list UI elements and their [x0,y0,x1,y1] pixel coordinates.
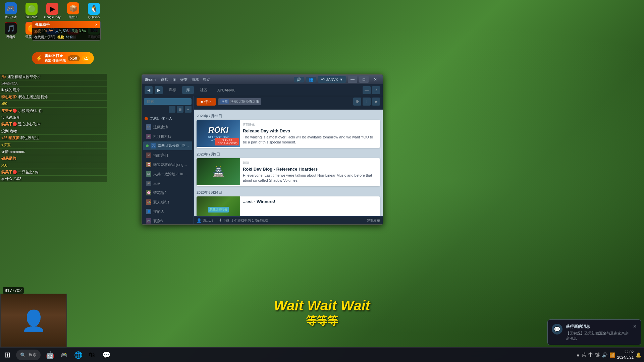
taskbar-browser-icon[interactable]: 🌐 [71,348,85,362]
sidebar-item-game1[interactable]: 🎮 退藏史涛 [143,123,192,131]
chat-area: 法: 迷迷糊糊果园部分才 244条/32人 时候的照片 李心动字: 我在主播边进… [0,74,107,221]
minimize-window-btn[interactable]: — [363,86,371,94]
chat-message: x26 糊度梦 我也没见过 [0,135,107,141]
steam-speaker-btn[interactable]: 🔊 [294,77,304,82]
playing-indicator-icon [146,144,149,147]
app-icon-qq[interactable]: 🐧 QQ2755 [85,1,103,20]
stream-heat: 热度 104.3w [34,29,53,34]
input-method-icon[interactable]: 中 [588,352,593,358]
nav-forward-btn[interactable]: ▶ [155,86,163,94]
app-icon-label: 抖音 [8,35,14,40]
chevron-down-icon: ▼ [339,77,343,81]
keyboard-icon[interactable]: 键 [595,352,600,358]
sidebar-item-game11[interactable]: 🎮 双杂8 [143,217,192,224]
notification-bell-icon[interactable]: 🔔 [636,352,641,358]
sidebar-search-input[interactable] [144,98,192,105]
steam-window: Steam 商店 库 好友 游戏 帮助 🔊 👥 AYUANVK ▼ — □ ✕ … [142,74,383,225]
wait-text-cn: 等等等 [274,314,370,328]
sidebar-item-mahjong[interactable]: 🀄 珠宝麻将(MahjongSoul) [143,160,192,169]
app-icon-img: 🟢 [25,3,38,15]
settings-btn[interactable]: ⚙ [353,98,361,106]
app-icon-label: GeForce [25,15,37,19]
steam-content: ↑ ⊞ ≡ 过滤到:化为人 🎮 退藏史涛 🎮 机顶机机版 Ⓡ [142,96,383,224]
game-header-controls: ⚙ ↑ ★ [353,98,380,106]
menu-friends[interactable]: 好友 [180,77,187,82]
sidebar-item-game2[interactable]: 🎮 机顶机机版 [143,132,192,141]
sort-btn[interactable]: ↑ [363,98,371,106]
sidebar-item-itagether[interactable]: 👫 双人成行! [143,198,192,206]
sidebar-item-humanfall[interactable]: 🏔 人类一败涂地 / Human Fall Flat [143,170,192,178]
game-icon: 🎮 [146,181,151,186]
taskbar-chat-icon[interactable]: 💬 [100,348,113,362]
network-icon[interactable]: 📶 [609,352,615,358]
game-label: 机顶机机版 [153,134,190,139]
app-icon-tiktok[interactable]: 🎵 抖音 [1,21,20,40]
app-icon-geforce[interactable]: 🟢 GeForce [22,1,41,20]
star-btn[interactable]: ★ [372,98,380,106]
steam-feed-area: 2020年7月22日 RÖKI RELEASE DAY WITH DEVS JU… [194,110,383,216]
wait-text-en: Wait Wait Wait [274,298,370,314]
sidebar-controls: ↑ ⊞ ≡ [144,106,192,113]
nav-back-btn[interactable]: ◀ [145,86,153,94]
taskbar-copilot-icon[interactable]: 🤖 [43,348,57,362]
gift-sender: 雷爵不打★ [45,53,66,58]
feed-text-1: The waiting is almost over! Röki will be… [243,135,377,145]
viewer-count: 9177702 [3,287,24,294]
minimize-btn[interactable]: — [348,76,357,83]
sidebar-sort-btn[interactable]: ↑ [169,106,175,113]
taskbar-store-icon[interactable]: 🛍 [86,348,99,362]
tab-community[interactable]: 社区 [196,86,211,94]
app-icon-playbox[interactable]: 📦 熊盒子 [64,1,83,20]
sidebar-item-game10[interactable]: 👤 披的人 [143,207,192,216]
stop-game-btn[interactable]: ■ 停止 [197,98,216,106]
maximize-btn[interactable]: □ [359,76,369,83]
game-label: 双人成行! [153,200,190,205]
menu-store[interactable]: 商店 [161,77,168,82]
steam-logo: Steam [145,77,156,81]
menu-library[interactable]: 库 [172,77,176,82]
chat-message: 法: 迷迷糊糊果园部分才 [0,74,107,80]
chat-message: x罗宝 [0,142,107,148]
roki-thumb-content: RÖKI RELEASE DAY WITH DEVS JULY 2310:30 … [208,125,229,142]
taskbar-clock[interactable]: 22:02 2024/3/21 [617,350,634,360]
chat-message: 笑美子🔴 一只益之: 你 [0,169,107,175]
notification-close-btn[interactable]: ✕ [633,324,637,329]
sidebar-item-game8[interactable]: 🌸 请花游? [143,188,192,197]
gift-combo: x1 [82,56,90,61]
language-icon[interactable]: 英 [582,352,586,358]
caret-icon[interactable]: ∧ [576,352,580,358]
sidebar-view-btn[interactable]: ≡ [185,106,192,113]
sidebar-item-roki[interactable]: Ⓡ 洛基:北欧怪奇 - 正在运行 [143,141,192,150]
start-button[interactable]: ⊞ [0,348,15,362]
tab-profile[interactable]: AYUANVK [213,87,239,94]
stream-close-btn[interactable]: ✕ [95,23,98,26]
chat-message: x50 [0,101,107,107]
tab-library[interactable]: 库 [182,86,194,94]
app-icon-img: 🎵 [5,22,17,35]
sidebar-filter-item[interactable]: 过滤到:化为人 [142,115,194,122]
taskbar-steam-icon[interactable]: 🎮 [57,348,71,362]
game-label: 三伙 [153,181,190,186]
game-icon: 🎮 [146,124,151,130]
taskbar-search-box[interactable]: 🔍 搜索 [16,350,41,360]
close-btn[interactable]: ✕ [371,76,380,83]
volume-icon[interactable]: 🔊 [602,352,607,358]
steam-friends-btn[interactable]: 👥 [306,77,316,82]
sidebar-item-game7[interactable]: 🎮 三伙 [143,179,192,188]
refresh-btn[interactable]: ↺ [372,86,380,94]
tab-inventory[interactable]: 库存 [165,86,180,94]
text-overlay: Wait Wait Wait 等等等 [274,298,370,328]
sidebar-filter-btn[interactable]: ⊞ [177,106,183,113]
webcam-face: 👤 [1,294,66,347]
feed-item-1: RÖKI RELEASE DAY WITH DEVS JULY 2310:30 … [197,120,380,148]
roki-date-badge: JULY 2310:30 AM (CEST) [215,138,239,145]
sidebar-item-game4[interactable]: ☢ 辐射户们 [143,151,192,160]
app-icon-googleplay[interactable]: ▶ Google Play [43,1,62,20]
feed-promo-badge: 深度活动报告 [208,207,229,213]
menu-games[interactable]: 游戏 [192,77,199,82]
chat-message: 笑美子🔴 透心凉心飞87 [0,121,107,127]
app-icon-tencentgames[interactable]: 🎮 腾讯游戏 [1,1,20,20]
game-label: 珠宝麻将(MahjongSoul) [153,162,190,167]
steam-user-btn[interactable]: AYUANVK ▼ [318,76,346,83]
menu-help[interactable]: 帮助 [203,77,210,82]
